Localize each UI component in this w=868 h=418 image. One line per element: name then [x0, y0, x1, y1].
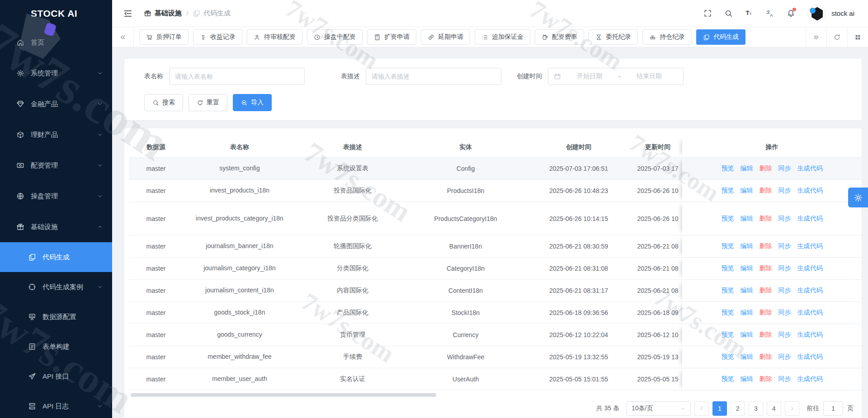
preview-link[interactable]: 预览 — [722, 242, 734, 250]
notifications-button[interactable] — [787, 9, 795, 18]
generate-code-link[interactable]: 生成代码 — [797, 242, 823, 250]
delete-link[interactable]: 删除 — [760, 264, 772, 272]
delete-link[interactable]: 删除 — [760, 375, 772, 383]
sidebar-item-form[interactable]: 表单构建 — [0, 332, 112, 362]
breadcrumb-item-code-gen[interactable]: 代码生成 — [193, 9, 231, 18]
edit-link[interactable]: 编辑 — [741, 375, 753, 383]
delete-link[interactable]: 删除 — [760, 309, 772, 317]
username[interactable]: stock ai — [831, 9, 854, 17]
delete-link[interactable]: 删除 — [760, 215, 772, 223]
sync-link[interactable]: 同步 — [778, 331, 791, 339]
edit-link[interactable]: 编辑 — [741, 242, 753, 250]
collapse-sidebar-icon[interactable] — [123, 9, 133, 19]
generate-code-link[interactable]: 生成代码 — [797, 286, 823, 295]
settings-fab[interactable] — [848, 188, 868, 207]
preview-link[interactable]: 预览 — [722, 353, 734, 361]
generate-code-link[interactable]: 生成代码 — [797, 187, 823, 195]
sync-link[interactable]: 同步 — [778, 264, 791, 272]
generate-code-link[interactable]: 生成代码 — [797, 264, 823, 272]
horizontal-scrollbar[interactable] — [131, 393, 436, 397]
scroll-tabs-left-button[interactable] — [112, 27, 134, 47]
tab-list[interactable]: 追加保证金 — [475, 29, 530, 45]
delete-link[interactable]: 删除 — [760, 353, 772, 361]
next-page-button[interactable] — [785, 401, 799, 416]
date-range-picker[interactable]: 开始日期 - 结束日期 — [548, 68, 684, 85]
sync-link[interactable]: 同步 — [778, 375, 791, 383]
prev-page-button[interactable] — [694, 401, 709, 416]
sidebar-item-doc[interactable]: 代码生成 — [0, 242, 112, 272]
tab-binoc[interactable]: 持仓纪录 — [642, 29, 692, 45]
generate-code-link[interactable]: 生成代码 — [797, 375, 823, 383]
generate-code-link[interactable]: 生成代码 — [797, 353, 823, 361]
delete-link[interactable]: 删除 — [760, 242, 772, 250]
tab-dollar[interactable]: 收益记录 — [193, 29, 242, 45]
fullscreen-icon[interactable] — [703, 9, 712, 18]
edit-link[interactable]: 编辑 — [741, 286, 753, 295]
delete-link[interactable]: 删除 — [760, 286, 772, 295]
sidebar-item-board[interactable]: 数据源配置 — [0, 302, 112, 332]
preview-link[interactable]: 预览 — [722, 187, 734, 195]
table-desc-input[interactable] — [366, 68, 501, 85]
import-button[interactable]: 导入 — [233, 94, 272, 111]
font-size-icon[interactable]: Tt — [745, 9, 754, 18]
generate-code-link[interactable]: 生成代码 — [797, 215, 823, 223]
sync-link[interactable]: 同步 — [778, 286, 791, 295]
edit-link[interactable]: 编辑 — [741, 215, 753, 223]
sync-link[interactable]: 同步 — [778, 215, 791, 223]
sync-link[interactable]: 同步 — [778, 353, 791, 361]
page-size-select[interactable]: 10条/页 — [627, 401, 691, 416]
sidebar-item-box[interactable]: 理财产品 — [0, 119, 112, 150]
breadcrumb-item-infrastructure[interactable]: 基础设施 — [144, 9, 182, 18]
goto-page-input[interactable] — [823, 401, 843, 416]
edit-link[interactable]: 编辑 — [741, 353, 753, 361]
page-1-button[interactable]: 1 — [712, 401, 727, 416]
generate-code-link[interactable]: 生成代码 — [797, 331, 823, 339]
tab-cup[interactable]: 配资费率 — [535, 29, 584, 45]
delete-link[interactable]: 删除 — [760, 164, 772, 173]
scroll-tabs-right-button[interactable] — [806, 27, 826, 47]
tab-user[interactable]: 待审核配资 — [247, 29, 302, 45]
tab-cart[interactable]: 质押订单 — [139, 29, 189, 45]
preview-link[interactable]: 预览 — [722, 309, 734, 317]
page-2-button[interactable]: 2 — [731, 401, 745, 416]
sync-link[interactable]: 同步 — [778, 164, 791, 173]
app-logo[interactable]: STOCK AI — [0, 0, 112, 27]
preview-link[interactable]: 预览 — [722, 375, 734, 383]
reset-button[interactable]: 重置 — [189, 94, 227, 111]
sync-link[interactable]: 同步 — [778, 242, 791, 250]
preview-link[interactable]: 预览 — [722, 286, 734, 295]
sidebar-item-home[interactable]: 首页 — [0, 27, 112, 58]
avatar[interactable] — [807, 5, 826, 23]
tab-options-button[interactable] — [847, 27, 868, 47]
translate-icon[interactable]: 文A — [766, 9, 774, 18]
edit-link[interactable]: 编辑 — [741, 331, 753, 339]
edit-link[interactable]: 编辑 — [741, 187, 753, 195]
page-3-button[interactable]: 3 — [749, 401, 763, 416]
preview-link[interactable]: 预览 — [722, 264, 734, 272]
sidebar-item-plane[interactable]: API 接口 — [0, 362, 112, 391]
tab-doc[interactable]: 代码生成 — [696, 29, 745, 45]
tab-clock[interactable]: 操盘中配资 — [307, 29, 363, 45]
search-button[interactable]: 搜索 — [144, 94, 183, 111]
tab-hourglass[interactable]: 委托纪录 — [589, 29, 638, 45]
preview-link[interactable]: 预览 — [722, 331, 734, 339]
sidebar-item-gift[interactable]: 基础设施 — [0, 211, 112, 242]
sync-link[interactable]: 同步 — [778, 309, 791, 317]
refresh-page-button[interactable] — [826, 27, 847, 47]
preview-link[interactable]: 预览 — [722, 164, 734, 173]
generate-code-link[interactable]: 生成代码 — [797, 164, 823, 173]
edit-link[interactable]: 编辑 — [741, 264, 753, 272]
sidebar-item-compass[interactable]: 代码生成案例 — [0, 272, 112, 302]
sidebar-item-gear[interactable]: 系统管理 — [0, 58, 112, 89]
tab-link[interactable]: 延期申请 — [421, 29, 470, 45]
delete-link[interactable]: 删除 — [760, 187, 772, 195]
table-name-input[interactable] — [169, 68, 305, 85]
sidebar-item-globe[interactable]: 操盘管理 — [0, 181, 112, 211]
tab-calc[interactable]: 扩资申请 — [367, 29, 416, 45]
edit-link[interactable]: 编辑 — [741, 164, 753, 173]
delete-link[interactable]: 删除 — [760, 331, 772, 339]
sync-link[interactable]: 同步 — [778, 187, 791, 195]
edit-link[interactable]: 编辑 — [741, 309, 753, 317]
sidebar-item-money[interactable]: 配资管理 — [0, 150, 112, 181]
search-icon[interactable] — [724, 9, 733, 18]
